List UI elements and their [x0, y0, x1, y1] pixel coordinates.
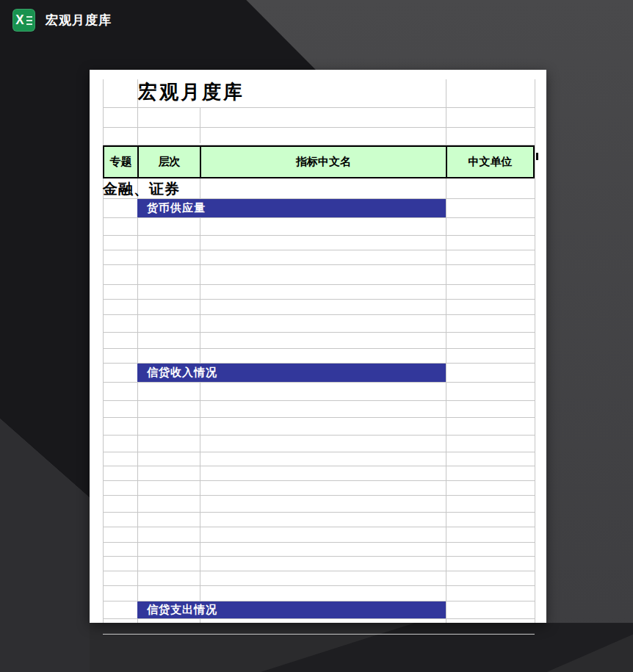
sheet-row: [103, 250, 535, 265]
sheet-row: [103, 218, 535, 236]
excel-icon-x: X: [15, 14, 23, 27]
banner-money-supply: 货币供应量: [137, 199, 446, 217]
sheet-row: [103, 571, 535, 586]
sheet-row: [103, 333, 535, 349]
banner-credit-expenditure: 信贷支出情况: [137, 601, 446, 618]
sheet-row: [103, 315, 535, 333]
gridline-vertical: [535, 79, 535, 623]
section-row: 金融、证券: [103, 178, 535, 199]
app-title: 宏观月度库: [46, 12, 112, 29]
sheet-row: [103, 481, 535, 496]
clipped-column-fragment: [536, 153, 538, 160]
sheet-row: [103, 557, 535, 571]
sheet-row: [103, 401, 535, 418]
spreadsheet-page: 宏观月度库 专题 层次 指标中文名 中文单位 金融、证券 货币供应量: [90, 70, 546, 623]
sheet-row: [103, 496, 535, 513]
banner-row: 货币供应量: [103, 199, 535, 218]
sheet-row: [103, 265, 535, 285]
sheet-row: [103, 236, 535, 250]
banner-row: 信贷收入情况: [103, 364, 535, 383]
sheet-row: [103, 300, 535, 315]
sheet-row: [103, 452, 535, 466]
sheet-row: [103, 586, 535, 601]
excel-icon: X: [12, 9, 35, 32]
sheet-row: [103, 635, 535, 646]
column-header-indicator-name: 指标中文名: [201, 147, 447, 177]
column-header-level: 层次: [139, 147, 201, 177]
sheet-row: [103, 108, 535, 128]
header-row: 专题 层次 指标中文名 中文单位: [103, 145, 535, 178]
sheet-row: [103, 527, 535, 543]
sheet-row: [103, 619, 535, 635]
title-row: 宏观月度库: [103, 79, 535, 108]
sheet-row: [103, 383, 535, 401]
sheet-row: [103, 543, 535, 557]
sheet-row: [103, 513, 535, 527]
sheet-row: [103, 466, 535, 481]
banner-row: 信贷支出情况: [103, 601, 535, 619]
column-header-topic: 专题: [104, 147, 139, 177]
sheet-grid: 宏观月度库 专题 层次 指标中文名 中文单位 金融、证券 货币供应量: [103, 79, 535, 646]
banner-credit-income: 信贷收入情况: [137, 364, 446, 382]
excel-icon-grid: [26, 16, 32, 25]
titlebar: X 宏观月度库: [12, 9, 112, 32]
section-title: 金融、证券: [103, 178, 180, 198]
sheet-row: [103, 418, 535, 436]
column-header: 专题 层次 指标中文名 中文单位: [103, 145, 535, 178]
column-header-unit: 中文单位: [447, 147, 533, 177]
sheet-row: [103, 436, 535, 452]
sheet-row: [103, 285, 535, 300]
sheet-row: [103, 349, 535, 364]
sheet-row: [103, 128, 535, 145]
sheet-title: 宏观月度库: [138, 78, 245, 106]
